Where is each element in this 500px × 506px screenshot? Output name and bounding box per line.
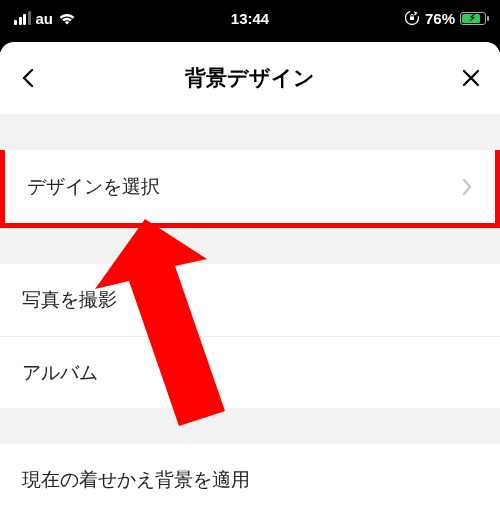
chevron-right-icon	[461, 178, 473, 196]
list-section-1: デザインを選択	[0, 150, 500, 228]
row-album[interactable]: アルバム	[0, 336, 500, 408]
row-take-photo[interactable]: 写真を撮影	[0, 264, 500, 336]
row-label: 現在の着せかえ背景を適用	[22, 467, 250, 493]
list-section-2: 写真を撮影 アルバム	[0, 264, 500, 408]
section-gap	[0, 228, 500, 264]
status-left: au	[14, 10, 76, 27]
nav-bar: 背景デザイン	[0, 42, 500, 114]
orientation-lock-icon	[404, 10, 420, 26]
status-time: 13:44	[231, 10, 269, 27]
section-gap	[0, 408, 500, 444]
svg-rect-1	[410, 17, 414, 21]
row-select-design[interactable]: デザインを選択	[0, 150, 500, 228]
page-title: 背景デザイン	[185, 64, 315, 92]
close-button[interactable]	[460, 67, 482, 89]
signal-icon	[14, 11, 31, 25]
carrier-label: au	[36, 10, 54, 27]
row-label: 写真を撮影	[22, 287, 117, 313]
battery-icon: ⚡︎	[460, 12, 486, 25]
status-bar: au 13:44 76% ⚡︎	[0, 0, 500, 36]
back-button[interactable]	[18, 67, 40, 89]
status-right: 76% ⚡︎	[404, 10, 486, 27]
wifi-icon	[58, 12, 76, 25]
row-apply-theme-bg[interactable]: 現在の着せかえ背景を適用	[0, 444, 500, 506]
battery-percentage: 76%	[425, 10, 455, 27]
row-label: アルバム	[22, 360, 98, 386]
list-section-3: 現在の着せかえ背景を適用	[0, 444, 500, 506]
row-label: デザインを選択	[27, 174, 160, 200]
section-gap	[0, 114, 500, 150]
